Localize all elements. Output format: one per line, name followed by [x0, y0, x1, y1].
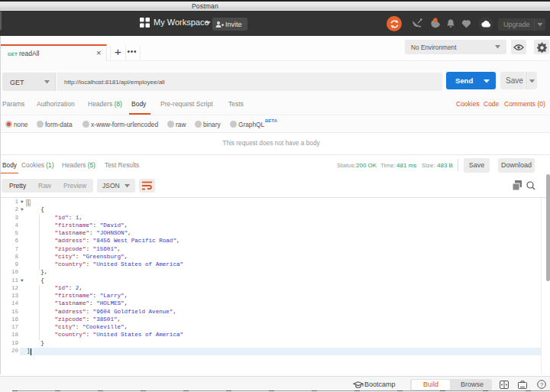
svg-text:?: ? — [540, 381, 543, 388]
